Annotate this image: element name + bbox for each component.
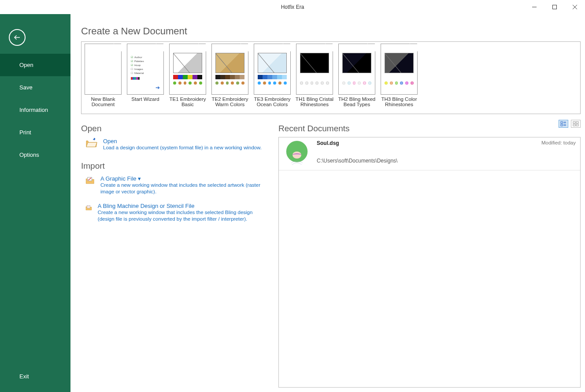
template-label: Start Wizard [126,96,165,102]
svg-rect-21 [576,122,578,123]
svg-rect-23 [576,124,578,126]
sidebar-item-exit[interactable]: Exit [0,365,70,388]
svg-point-13 [89,207,89,207]
import-graphic-link[interactable]: A Graphic File ▾ [100,175,270,182]
svg-rect-14 [561,122,563,123]
import-bling-desc: Create a new working window that include… [98,209,270,223]
template-new-blank[interactable]: New Blank Document [83,44,123,112]
recent-item-name: Soul.dsg [317,140,578,146]
minimize-button[interactable] [524,0,544,14]
title-bar: Hotfix Era [0,0,585,14]
svg-point-10 [89,206,89,206]
content-area: Create a New Document New Blank Document… [70,14,585,392]
template-te2[interactable]: TE2 Embroidery Warm Colors [210,44,250,112]
recent-list: Soul.dsg Modified: today C:\Users\soft\D… [278,137,581,388]
window-title: Hotfix Era [281,4,304,10]
template-label: TH3 Bling Color Rhinestones [379,96,419,107]
svg-point-11 [87,207,88,207]
svg-point-26 [292,152,301,159]
template-label: TE1 Embroidery Basic [168,96,207,107]
view-grid-button[interactable] [571,120,581,128]
svg-point-9 [88,206,89,206]
recent-item-modified: Modified: today [541,140,576,145]
templates-row: New Blank Document ☑Author ☑Palettes ☑Ho… [81,41,581,114]
sidebar-item-save[interactable]: Save [0,76,70,99]
recent-item[interactable]: Soul.dsg Modified: today C:\Users\soft\D… [279,137,580,170]
sidebar-menu: Open Save Information Print Options [0,54,70,166]
svg-rect-22 [573,124,575,126]
sidebar-item-open[interactable]: Open [0,54,70,76]
backstage-sidebar: Open Save Information Print Options Exit [0,14,70,392]
import-graphic-action[interactable]: A Graphic File ▾ Create a new working wi… [85,175,270,196]
template-start-wizard[interactable]: ☑Author ☑Palettes ☑Hoop ☐Images ☐Materia… [126,44,165,112]
open-link[interactable]: Open [103,138,262,144]
sidebar-item-information[interactable]: Information [0,99,70,121]
template-label: TH2 Bling Mixed Bead Types [337,96,377,107]
sidebar-item-print[interactable]: Print [0,121,70,144]
import-bling-action[interactable]: A Bling Machine Design or Stencil File C… [85,203,270,223]
svg-point-8 [87,206,88,206]
open-desc: Load a design document (system format fi… [103,144,262,152]
open-action[interactable]: Open Load a design document (system form… [85,138,270,152]
view-list-button[interactable] [559,120,568,128]
template-label: TE2 Embroidery Warm Colors [210,96,250,107]
svg-rect-20 [573,122,575,123]
template-th3[interactable]: TH3 Bling Color Rhinestones [379,44,419,112]
back-button[interactable] [9,29,26,46]
svg-rect-15 [561,124,563,126]
template-th2[interactable]: TH2 Bling Mixed Bead Types [337,44,377,112]
window-controls [524,0,585,14]
folder-open-icon [85,138,98,148]
open-heading: Open [81,124,270,133]
maximize-button[interactable] [544,0,565,14]
folder-bling-icon [85,203,93,213]
template-th1[interactable]: TH1 Bling Cristal Rhinestones [295,44,334,112]
recent-heading: Recent Documents [278,124,350,133]
svg-rect-1 [553,5,557,9]
recent-item-path: C:\Users\soft\Documents\Designs\ [317,158,578,164]
recent-thumbnail [281,140,312,167]
svg-point-12 [88,207,89,207]
template-te3[interactable]: TE3 Embroidery Ocean Colors [252,44,292,112]
template-label: TE3 Embroidery Ocean Colors [252,96,292,107]
view-toggles [559,120,581,128]
sidebar-item-options[interactable]: Options [0,144,70,166]
create-heading: Create a New Document [81,26,581,37]
template-label: New Blank Document [83,96,123,107]
template-label: TH1 Bling Cristal Rhinestones [295,96,334,107]
template-te1[interactable]: TE1 Embroidery Basic [168,44,207,112]
import-bling-link[interactable]: A Bling Machine Design or Stencil File [98,203,270,209]
import-graphic-desc: Create a new working window that include… [100,182,270,196]
close-button[interactable] [565,0,585,14]
import-heading: Import [81,161,270,171]
folder-graphic-icon [85,175,95,186]
